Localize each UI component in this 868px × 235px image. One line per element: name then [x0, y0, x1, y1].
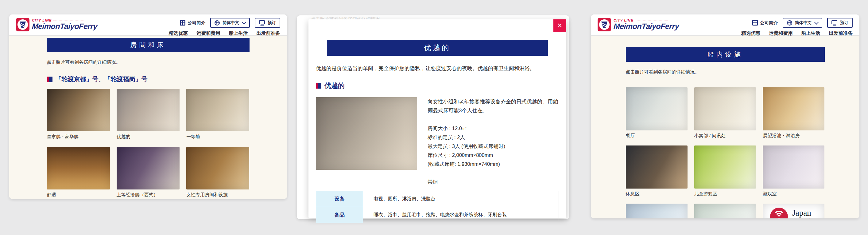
section-bullet-icon — [47, 77, 53, 82]
rooms-section-title: 「轮渡京都」号、「轮渡福岗」号 — [47, 75, 250, 83]
room-photo-royal[interactable] — [47, 89, 110, 131]
room-caption: 优越的 — [117, 134, 180, 140]
room-photo-ladies[interactable] — [186, 147, 249, 189]
amenities-value: 睡衣、浴巾、脸用毛巾、拖鞋、电烧水壶和茶碗茶杯、牙刷套装 — [363, 207, 559, 223]
facility-caption: 餐厅 — [626, 133, 687, 139]
room-tile-economy-western[interactable]: 上等经济舱（西式） — [117, 147, 180, 198]
rooms-content: 房間和床 点击照片可看到各房间的详细情况。 「轮渡京都」号、「轮渡福岗」号 皇家… — [9, 36, 287, 199]
facility-caption: 休息区 — [626, 191, 687, 197]
nav-item-before-departure[interactable]: 出发前准备 — [829, 30, 853, 36]
room-description: 向女性小组和老年旅客推荐设备齐全的日式优越的。用鉑爾曼式床可能3个人住在。 — [428, 97, 559, 115]
spec-bed-size: 床位尺寸 : 2,000mm×800mm — [428, 151, 559, 160]
chevron-down-icon — [242, 20, 246, 25]
monitor-icon — [832, 20, 837, 24]
facilities-photo-grid: 餐厅 小卖部 / 问讯处 展望浴池・淋浴房 休息区 — [626, 87, 825, 218]
globe-icon — [787, 20, 792, 26]
rooms-page-title: 房間和床 — [47, 38, 250, 52]
room-tile-ladies[interactable]: 女性专用房间和设施 — [186, 147, 249, 198]
nav-item-offers[interactable]: 精选优惠 — [741, 30, 760, 36]
facility-tile-bath[interactable]: 展望浴池・淋浴房 — [763, 87, 825, 139]
facility-tile-kids-area[interactable]: 儿童游戏区 — [694, 146, 756, 197]
facility-photo-kids-area[interactable] — [694, 146, 756, 188]
nav-item-fares[interactable]: 运费和费用 — [196, 30, 220, 36]
nav-item-before-departure[interactable]: 出发前准备 — [257, 30, 281, 36]
brand-logo-icon — [598, 18, 611, 31]
japan-wifi-logo[interactable]: Japan Connected-free W i - F i — [763, 204, 825, 218]
company-profile-link[interactable]: 公司简介 — [752, 20, 778, 26]
site-header: CITY LINE MeimonTaiyoFerry 公司简介 简体中文 — [591, 15, 859, 36]
language-label: 简体中文 — [222, 20, 239, 26]
monitor-icon — [259, 20, 265, 24]
room-photo-superior[interactable] — [117, 89, 180, 131]
brand-logo[interactable]: CITY LINE MeimonTaiyoFerry — [16, 18, 97, 31]
room-tile-royal[interactable]: 皇家舱 - 豪华舱 — [47, 89, 110, 140]
room-tile-comfort[interactable]: 舒适 — [47, 147, 110, 198]
booking-button[interactable]: 预订 — [827, 18, 852, 28]
facility-photo-restaurant[interactable] — [626, 87, 687, 130]
modal-title: 优越的 — [327, 40, 548, 56]
header-right: 公司简介 简体中文 预订 精选优惠 运费和费用 船上生活 — [741, 18, 852, 36]
globe-icon — [215, 20, 220, 26]
equipment-table: 设备 电视、厕所、淋浴房、洗脸台 备品 睡衣、浴巾、脸用毛巾、拖鞋、电烧水壶和茶… — [316, 191, 559, 223]
room-tile-first-class[interactable]: 一等舱 — [186, 89, 249, 140]
room-photo-first-class[interactable] — [186, 89, 249, 131]
booking-label: 预订 — [268, 20, 276, 26]
facility-photo-lockers[interactable] — [694, 204, 756, 218]
room-detail-text: 向女性小组和老年旅客推荐设备齐全的日式优越的。用鉑爾曼式床可能3个人住在。 房间… — [428, 97, 559, 186]
company-profile-label: 公司简介 — [760, 20, 778, 26]
room-caption: 皇家舱 - 豪华舱 — [47, 134, 110, 140]
language-selector[interactable]: 简体中文 — [783, 18, 822, 28]
amenities-label: 备品 — [316, 207, 363, 223]
facility-tile-lockers[interactable] — [694, 204, 756, 218]
facility-tile-vending[interactable] — [626, 204, 687, 218]
facilities-content: 船内设施 点击照片可看到各房间的详细情况。 餐厅 小卖部 / 问讯处 展望浴池・… — [591, 36, 859, 218]
room-detail-media: 向女性小组和老年旅客推荐设备齐全的日式优越的。用鉑爾曼式床可能3个人住在。 房间… — [316, 97, 559, 186]
facility-photo-bath[interactable] — [763, 87, 825, 130]
nav-item-onboard-life[interactable]: 船上生活 — [801, 30, 820, 36]
close-icon[interactable]: × — [553, 19, 566, 32]
room-caption: 女性专用房间和设施 — [186, 192, 249, 198]
nav-item-onboard-life[interactable]: 船上生活 — [229, 30, 248, 36]
room-caption: 上等经济舱（西式） — [117, 192, 180, 198]
facility-caption: 展望浴池・淋浴房 — [763, 133, 825, 139]
language-selector[interactable]: 简体中文 — [210, 18, 250, 28]
facility-caption: 游戏室 — [763, 191, 825, 197]
room-photo-economy-western[interactable] — [117, 147, 180, 189]
facility-photo-lounge[interactable] — [626, 146, 687, 188]
facility-tile-wifi[interactable]: Japan Connected-free W i - F i — [763, 204, 825, 218]
booking-label: 预订 — [840, 20, 848, 26]
facility-tile-shop[interactable]: 小卖部 / 问讯处 — [694, 87, 756, 139]
header-utility-row: 公司简介 简体中文 预订 — [180, 18, 280, 28]
wifi-icon — [770, 208, 788, 218]
facility-tile-lounge[interactable]: 休息区 — [626, 146, 687, 197]
room-photo-comfort[interactable] — [47, 147, 110, 189]
main-nav: 精选优惠 运费和费用 船上生活 出发前准备 — [741, 30, 852, 36]
room-detail-modal: × 优越的 优越的是价位适当的单间，完全保护您的隐私，让您度过安心的夜晚。优越的… — [308, 19, 566, 218]
facility-tile-game-room[interactable]: 游戏室 — [763, 146, 825, 197]
grid-icon — [180, 20, 185, 26]
no-smoking-label: 禁烟 — [428, 178, 559, 186]
facility-photo-shop[interactable] — [694, 87, 756, 130]
brand-logo-text: CITY LINE MeimonTaiyoFerry — [614, 19, 679, 30]
main-nav: 精选优惠 运费和费用 船上生活 出发前准备 — [169, 30, 280, 36]
room-tile-superior[interactable]: 优越的 — [117, 89, 180, 140]
company-profile-link[interactable]: 公司简介 — [180, 20, 205, 26]
spec-standard-capacity: 标准的定员 : 2人 — [428, 133, 559, 142]
equipment-value: 电视、厕所、淋浴房、洗脸台 — [363, 191, 559, 207]
brand-logo-icon — [16, 18, 29, 31]
brand-logo-text: CITY LINE MeimonTaiyoFerry — [32, 19, 97, 30]
header-utility-row: 公司简介 简体中文 预订 — [752, 18, 852, 28]
chevron-down-icon — [814, 20, 818, 25]
rooms-photo-grid: 皇家舱 - 豪华舱 优越的 一等舱 舒适 — [47, 89, 250, 198]
facility-photo-vending[interactable] — [626, 204, 687, 218]
brand-logo[interactable]: CITY LINE MeimonTaiyoFerry — [598, 18, 679, 31]
facility-photo-game-room[interactable] — [763, 146, 825, 188]
table-row: 备品 睡衣、浴巾、脸用毛巾、拖鞋、电烧水壶和茶碗茶杯、牙刷套装 — [316, 207, 559, 223]
modal-section-title-text: 优越的 — [324, 81, 345, 90]
booking-button[interactable]: 预订 — [255, 18, 280, 28]
grid-icon — [752, 20, 758, 26]
nav-item-offers[interactable]: 精选优惠 — [169, 30, 188, 36]
nav-item-fares[interactable]: 运费和费用 — [769, 30, 793, 36]
facility-tile-restaurant[interactable]: 餐厅 — [626, 87, 687, 139]
modal-section-title: 优越的 — [316, 81, 566, 90]
